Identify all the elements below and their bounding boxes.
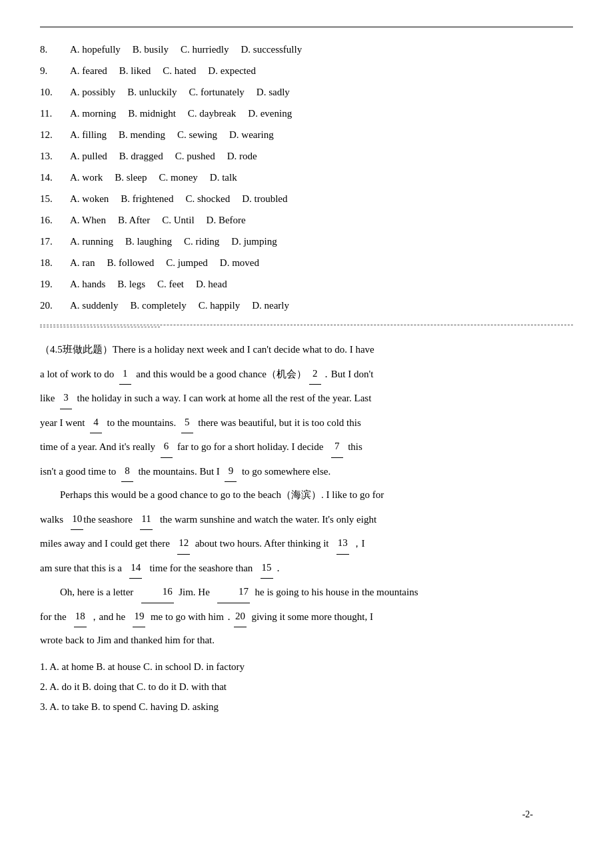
- q8-opt-a: A. hopefully: [70, 39, 121, 59]
- passage-line4: year I went 4 to the mountains. 5 there …: [40, 412, 573, 434]
- q9-options: A. feared B. liked C. hated D. expected: [70, 61, 256, 81]
- q10-options: A. possibly B. unluckily C. fortunately …: [70, 82, 290, 102]
- q15-opt-b: B. frightened: [121, 189, 173, 209]
- q16-opt-c: C. Until: [162, 210, 194, 230]
- q11-opt-c: C. daybreak: [188, 103, 236, 123]
- q13-options: A. pulled B. dragged C. pushed D. rode: [70, 146, 257, 166]
- q18-opt-a: A. ran: [70, 253, 95, 273]
- q15-options: A. woken B. frightened C. shocked D. tro…: [70, 189, 287, 209]
- section-divider-1: [40, 325, 573, 325]
- q11-num: 11.: [40, 103, 70, 123]
- q15-opt-a: A. woken: [70, 189, 109, 209]
- passage-line11: Oh, here is a letter 16 Jim. He 17 he is…: [40, 581, 573, 603]
- q9-opt-c: C. hated: [163, 61, 196, 81]
- q10-opt-b: B. unluckily: [127, 82, 177, 102]
- question-16: 16. A. When B. After C. Until D. Before: [40, 210, 573, 230]
- q16-options: A. When B. After C. Until D. Before: [70, 210, 246, 230]
- q12-num: 12.: [40, 125, 70, 145]
- q12-opt-a: A. filling: [70, 125, 107, 145]
- q17-opt-b: B. laughing: [125, 231, 172, 251]
- blank-15: 15: [261, 557, 273, 579]
- passage-line10: am sure that this is a 14 time for the s…: [40, 557, 573, 579]
- q13-num: 13.: [40, 146, 70, 166]
- q20-opt-b: B. completely: [131, 295, 187, 315]
- blank-10: 10: [71, 509, 83, 531]
- answer-opt-2: 2. A. do it B. doing that C. to do it D.…: [40, 677, 573, 697]
- q9-opt-a: A. feared: [70, 61, 107, 81]
- q17-opt-d: D. jumping: [231, 231, 277, 251]
- q10-opt-a: A. possibly: [70, 82, 115, 102]
- q14-opt-d: D. talk: [210, 167, 237, 187]
- blank-7: 7: [331, 436, 343, 458]
- q19-opt-c: C. feet: [157, 274, 184, 294]
- blank-2: 2: [309, 363, 321, 385]
- q18-num: 18.: [40, 253, 70, 273]
- q14-options: A. work B. sleep C. money D. talk: [70, 167, 237, 187]
- question-14: 14. A. work B. sleep C. money D. talk: [40, 167, 573, 187]
- passage-line9: miles away and I could get there 12 abou…: [40, 533, 573, 555]
- blank-4: 4: [90, 412, 102, 434]
- question-17: 17. A. running B. laughing C. riding D. …: [40, 231, 573, 251]
- q19-num: 19.: [40, 274, 70, 294]
- q20-opt-a: A. suddenly: [70, 295, 119, 315]
- blank-11: 11: [140, 509, 152, 531]
- q18-options: A. ran B. followed C. jumped D. moved: [70, 253, 259, 273]
- q10-opt-c: C. fortunately: [189, 82, 245, 102]
- q20-opt-c: C. happily: [199, 295, 241, 315]
- q14-opt-c: C. money: [159, 167, 198, 187]
- passage-line3: like 3 the holiday in such a way. I can …: [40, 387, 573, 409]
- q19-opt-d: D. head: [196, 274, 227, 294]
- q19-opt-b: B. legs: [117, 274, 145, 294]
- q12-opt-d: D. wearing: [229, 125, 274, 145]
- passage-section: （4.5班做此题）There is a holiday next week an…: [40, 339, 573, 717]
- q10-opt-d: D. sadly: [257, 82, 290, 102]
- q20-options: A. suddenly B. completely C. happily D. …: [70, 295, 289, 315]
- answer-opt-3: 3. A. to take B. to spend C. having D. a…: [40, 697, 573, 717]
- q13-opt-d: D. rode: [227, 146, 257, 166]
- q18-opt-c: C. jumped: [166, 253, 208, 273]
- passage-line6: isn't a good time to 8 the mountains. Bu…: [40, 461, 573, 483]
- q18-opt-b: B. followed: [107, 253, 155, 273]
- q16-opt-d: D. Before: [207, 210, 246, 230]
- q9-opt-d: D. expected: [208, 61, 256, 81]
- blank-3: 3: [60, 387, 72, 409]
- question-10: 10. A. possibly B. unluckily C. fortunat…: [40, 82, 573, 102]
- q8-opt-c: C. hurriedly: [181, 39, 229, 59]
- q17-opt-a: A. running: [70, 231, 113, 251]
- question-list: 8. A. hopefully B. busily C. hurriedly D…: [40, 39, 573, 315]
- q18-opt-d: D. moved: [220, 253, 259, 273]
- q11-opt-a: A. morning: [70, 103, 116, 123]
- q8-opt-b: B. busily: [133, 39, 169, 59]
- q8-opt-d: D. successfully: [241, 39, 303, 59]
- q11-opt-d: D. evening: [248, 103, 292, 123]
- q8-options: A. hopefully B. busily C. hurriedly D. s…: [70, 39, 302, 59]
- q17-opt-c: C. riding: [184, 231, 219, 251]
- blank-5: 5: [181, 412, 193, 434]
- passage-line13: wrote back to Jim and thanked him for th…: [40, 630, 573, 651]
- question-18: 18. A. ran B. followed C. jumped D. move…: [40, 253, 573, 273]
- q16-opt-b: B. After: [118, 210, 150, 230]
- q15-opt-c: C. shocked: [185, 189, 230, 209]
- blank-18: 18: [74, 606, 87, 628]
- answer-opt-1: 1. A. at home B. at house C. in school D…: [40, 657, 573, 677]
- q13-opt-b: B. dragged: [119, 146, 163, 166]
- q13-opt-a: A. pulled: [70, 146, 107, 166]
- question-8: 8. A. hopefully B. busily C. hurriedly D…: [40, 39, 573, 59]
- blank-16: 16: [141, 581, 174, 603]
- page-number: -2-: [522, 809, 533, 820]
- q14-opt-b: B. sleep: [115, 167, 147, 187]
- q12-opt-b: B. mending: [119, 125, 165, 145]
- question-20: 20. A. suddenly B. completely C. happily…: [40, 295, 573, 315]
- question-19: 19. A. hands B. legs C. feet D. head: [40, 274, 573, 294]
- question-12: 12. A. filling B. mending C. sewing D. w…: [40, 125, 573, 145]
- passage-line12: for the 18 ，and he 19 me to go with him．…: [40, 606, 573, 628]
- blank-17: 17: [217, 581, 250, 603]
- section-divider-2: [40, 327, 160, 327]
- question-9: 9. A. feared B. liked C. hated D. expect…: [40, 61, 573, 81]
- q15-opt-d: D. troubled: [242, 189, 287, 209]
- q14-opt-a: A. work: [70, 167, 103, 187]
- passage-line8: walks 10the seashore 11 the warm sunshin…: [40, 509, 573, 531]
- passage-line2: a lot of work to do 1 and this would be …: [40, 363, 573, 385]
- q16-opt-a: A. When: [70, 210, 106, 230]
- q10-num: 10.: [40, 82, 70, 102]
